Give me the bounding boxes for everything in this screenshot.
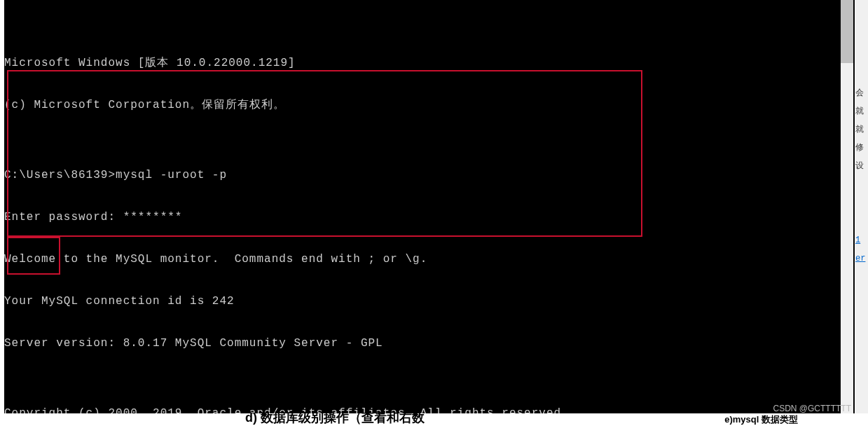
bg-fragment: 修 <box>855 139 868 157</box>
terminal-scrollbar[interactable] <box>841 0 853 413</box>
bg-fragment-spacer <box>855 175 868 231</box>
bg-fragment: 设 <box>855 157 868 175</box>
terminal-line: Microsoft Windows [版本 10.0.22000.1219] <box>4 56 855 70</box>
bg-fragment: 会 <box>855 84 868 102</box>
background-heading-right: e)mysql 数据类型 <box>724 413 798 426</box>
terminal-line: Your MySQL connection id is 242 <box>4 294 855 308</box>
bg-fragment: 就 <box>855 102 868 121</box>
bg-fragment-link[interactable]: 1 <box>855 231 868 249</box>
terminal-line-password: Enter password: ******** <box>4 210 855 224</box>
terminal-content: Microsoft Windows [版本 10.0.22000.1219] (… <box>4 28 855 413</box>
background-heading-center: d) 数据库级别操作（查看和右数 <box>245 409 425 426</box>
bg-fragment-link[interactable]: er <box>855 249 868 268</box>
terminal-window[interactable]: Microsoft Windows [版本 10.0.22000.1219] (… <box>4 0 855 413</box>
terminal-line: Welcome to the MySQL monitor. Commands e… <box>4 252 855 266</box>
terminal-line: (c) Microsoft Corporation。保留所有权利。 <box>4 98 855 112</box>
terminal-line: Server version: 8.0.17 MySQL Community S… <box>4 336 855 350</box>
terminal-line: Copyright (c) 2000, 2019, Oracle and/or … <box>4 406 855 413</box>
terminal-line-command: C:\Users\86139>mysql -uroot -p <box>4 168 855 182</box>
page-background-right: 会 就 就 修 设 1 er <box>855 0 868 413</box>
scrollbar-thumb[interactable] <box>841 0 853 63</box>
bg-fragment: 就 <box>855 121 868 139</box>
background-text-fragments: 会 就 就 修 设 1 er <box>855 84 868 268</box>
watermark-text: CSDN @GCTTTTTT <box>773 404 852 413</box>
